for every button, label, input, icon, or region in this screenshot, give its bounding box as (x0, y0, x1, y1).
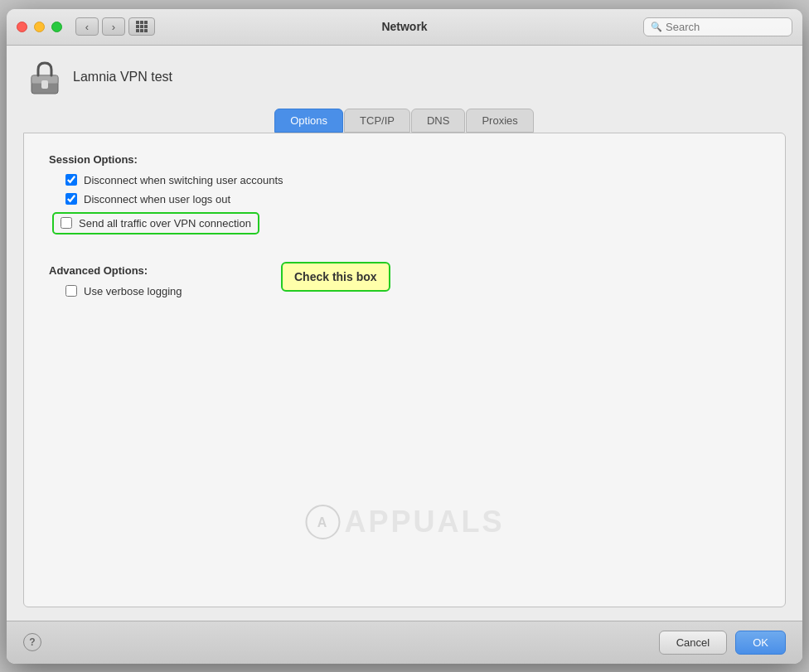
disconnect-logout-label: Disconnect when user logs out (84, 193, 230, 205)
disconnect-user-row: Disconnect when switching user accounts (65, 174, 760, 186)
tab-dns[interactable]: DNS (411, 109, 465, 133)
disconnect-user-label: Disconnect when switching user accounts (84, 174, 283, 186)
content-area: Lamnia VPN test Options TCP/IP DNS Proxi… (7, 46, 802, 621)
tab-bar: Options TCP/IP DNS Proxies (23, 109, 786, 133)
settings-panel: Session Options: Disconnect when switchi… (23, 133, 786, 607)
vpn-header: Lamnia VPN test (23, 59, 786, 95)
network-window: ‹ › Network 🔍 Lamnia VPN test (7, 9, 802, 664)
send-traffic-checkbox[interactable] (61, 217, 72, 229)
svg-point-3 (306, 505, 339, 539)
watermark: A APPUALS (304, 504, 504, 540)
close-button[interactable] (17, 22, 27, 32)
ok-button[interactable]: OK (735, 631, 786, 655)
tab-proxies[interactable]: Proxies (466, 109, 533, 133)
send-traffic-row: Send all traffic over VPN connection (52, 212, 259, 234)
disconnect-logout-row: Disconnect when user logs out (65, 193, 760, 205)
maximize-button[interactable] (51, 22, 62, 32)
advanced-options-section: Advanced Options: Use verbose logging (49, 264, 760, 297)
session-options-label: Session Options: (49, 153, 760, 166)
cancel-button[interactable]: Cancel (659, 631, 727, 655)
bottom-actions: Cancel OK (659, 631, 786, 655)
search-input[interactable] (666, 21, 785, 33)
grid-icon (136, 21, 148, 32)
titlebar: ‹ › Network 🔍 (7, 9, 802, 46)
vpn-name: Lamnia VPN test (73, 70, 172, 85)
tab-options[interactable]: Options (274, 109, 343, 133)
watermark-logo-icon: A (304, 504, 341, 540)
help-icon: ? (29, 636, 35, 648)
grid-button[interactable] (128, 17, 155, 36)
traffic-lights (17, 22, 62, 32)
window-title: Network (381, 20, 427, 33)
tooltip-bubble: Check this box (281, 262, 390, 292)
verbose-logging-row: Use verbose logging (65, 285, 760, 297)
help-button[interactable]: ? (23, 633, 41, 651)
tab-tcpip[interactable]: TCP/IP (344, 109, 410, 133)
back-button[interactable]: ‹ (75, 17, 99, 36)
verbose-logging-label: Use verbose logging (84, 285, 182, 297)
forward-button[interactable]: › (102, 17, 125, 36)
search-icon: 🔍 (651, 22, 662, 32)
advanced-options-label: Advanced Options: (49, 264, 760, 277)
send-traffic-label: Send all traffic over VPN connection (79, 217, 251, 230)
disconnect-logout-checkbox[interactable] (65, 193, 77, 205)
lock-icon (27, 59, 63, 95)
watermark-text: APPUALS (344, 505, 504, 539)
nav-buttons: ‹ › (75, 17, 125, 36)
svg-text:A: A (317, 515, 329, 529)
verbose-logging-checkbox[interactable] (65, 285, 77, 297)
minimize-button[interactable] (34, 22, 45, 32)
disconnect-user-checkbox[interactable] (65, 174, 77, 186)
tooltip-text: Check this box (294, 270, 377, 283)
search-box[interactable]: 🔍 (643, 17, 792, 36)
svg-rect-2 (41, 80, 48, 89)
bottom-bar: ? Cancel OK (7, 621, 802, 664)
